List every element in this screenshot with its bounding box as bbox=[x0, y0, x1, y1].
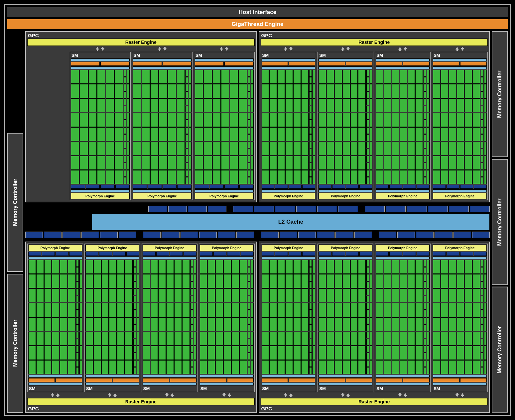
cuda-core bbox=[384, 113, 391, 127]
cuda-core bbox=[238, 98, 247, 112]
interconnect-bar bbox=[28, 257, 82, 259]
cuda-core bbox=[392, 288, 399, 302]
cuda-core bbox=[472, 98, 480, 112]
cuda-core bbox=[114, 113, 123, 127]
cuda-core bbox=[384, 98, 391, 112]
cuda-core bbox=[239, 274, 247, 288]
interconnect-bar bbox=[319, 257, 372, 259]
cuda-core bbox=[174, 360, 182, 374]
cuda-core bbox=[277, 113, 285, 127]
cuda-core bbox=[93, 332, 101, 346]
cuda-core bbox=[269, 288, 277, 302]
cuda-core bbox=[71, 127, 79, 141]
cuda-core bbox=[93, 303, 101, 317]
cuda-core bbox=[223, 360, 231, 374]
dispatch-bar bbox=[28, 383, 82, 385]
cuda-core bbox=[114, 84, 123, 98]
cuda-core bbox=[262, 360, 269, 374]
cuda-core bbox=[384, 346, 391, 360]
cuda-core bbox=[52, 274, 60, 288]
sfu-column bbox=[194, 260, 196, 374]
sm-label: SM bbox=[143, 386, 196, 391]
cuda-core-grid bbox=[195, 70, 247, 184]
cuda-core bbox=[334, 346, 342, 360]
cuda-core bbox=[464, 142, 472, 156]
cuda-core bbox=[231, 274, 239, 288]
cuda-core bbox=[88, 142, 97, 156]
cuda-core bbox=[117, 303, 125, 317]
cuda-core bbox=[350, 332, 358, 346]
cuda-core bbox=[326, 70, 334, 84]
cuda-core bbox=[464, 288, 472, 302]
cuda-core bbox=[319, 303, 326, 317]
cuda-core bbox=[472, 360, 480, 374]
cuda-core bbox=[262, 288, 269, 302]
cuda-core bbox=[109, 317, 117, 331]
cuda-core bbox=[215, 303, 223, 317]
cuda-core bbox=[182, 274, 190, 288]
cuda-core bbox=[28, 288, 36, 302]
interconnect-bar bbox=[376, 189, 430, 192]
cuda-core bbox=[376, 127, 383, 141]
cuda-core bbox=[358, 303, 366, 317]
cuda-core bbox=[392, 156, 399, 170]
cuda-core bbox=[230, 142, 238, 156]
cuda-core bbox=[166, 360, 174, 374]
cuda-core bbox=[319, 113, 326, 127]
cuda-core bbox=[133, 98, 141, 112]
cuda-core bbox=[93, 317, 101, 331]
scheduler-bar bbox=[28, 378, 82, 382]
cuda-core bbox=[125, 332, 133, 346]
cuda-core bbox=[239, 317, 247, 331]
load-store-column bbox=[424, 260, 426, 374]
cuda-core bbox=[457, 170, 464, 184]
interconnect-top bbox=[25, 206, 490, 212]
cuda-core bbox=[472, 346, 480, 360]
polymorph-engine: Polymorph Engine bbox=[195, 193, 254, 199]
cuda-core bbox=[358, 113, 366, 127]
cuda-core bbox=[106, 127, 114, 141]
cuda-core bbox=[71, 70, 79, 84]
cuda-core bbox=[400, 360, 407, 374]
svg-marker-4 bbox=[220, 47, 223, 51]
cuda-core bbox=[125, 346, 133, 360]
cuda-core bbox=[88, 84, 97, 98]
svg-marker-6 bbox=[284, 47, 287, 51]
cuda-core bbox=[68, 317, 75, 331]
cuda-core bbox=[28, 303, 36, 317]
streaming-multiprocessor: Polymorph EngineSM bbox=[199, 244, 255, 392]
svg-marker-22 bbox=[284, 393, 287, 397]
arrow-row bbox=[27, 47, 255, 51]
svg-marker-12 bbox=[455, 47, 459, 51]
cuda-core bbox=[79, 84, 88, 98]
cuda-core bbox=[319, 360, 326, 374]
cuda-core bbox=[166, 303, 174, 317]
sfu-column bbox=[251, 70, 254, 184]
cuda-core bbox=[464, 113, 472, 127]
cuda-core bbox=[342, 70, 350, 84]
cuda-core-grid bbox=[262, 260, 309, 374]
cuda-core bbox=[238, 84, 247, 98]
cuda-core bbox=[269, 303, 277, 317]
cuda-core bbox=[28, 346, 36, 360]
cuda-core bbox=[392, 113, 399, 127]
cuda-core bbox=[350, 303, 358, 317]
cuda-core bbox=[319, 70, 326, 84]
cuda-core bbox=[238, 156, 247, 170]
cuda-core bbox=[158, 274, 166, 288]
cuda-core-grid bbox=[85, 260, 133, 374]
cuda-core bbox=[301, 127, 309, 141]
cuda-core bbox=[142, 98, 150, 112]
cuda-core bbox=[93, 288, 101, 302]
cuda-core bbox=[449, 113, 456, 127]
cuda-core bbox=[68, 303, 75, 317]
cuda-core bbox=[408, 142, 415, 156]
cuda-core bbox=[277, 303, 285, 317]
cuda-core bbox=[79, 127, 88, 141]
cuda-core bbox=[301, 142, 309, 156]
cuda-core bbox=[293, 303, 301, 317]
cuda-core bbox=[231, 332, 239, 346]
cuda-core bbox=[319, 288, 326, 302]
cuda-core-grid bbox=[133, 70, 185, 184]
texture-units bbox=[195, 185, 254, 189]
